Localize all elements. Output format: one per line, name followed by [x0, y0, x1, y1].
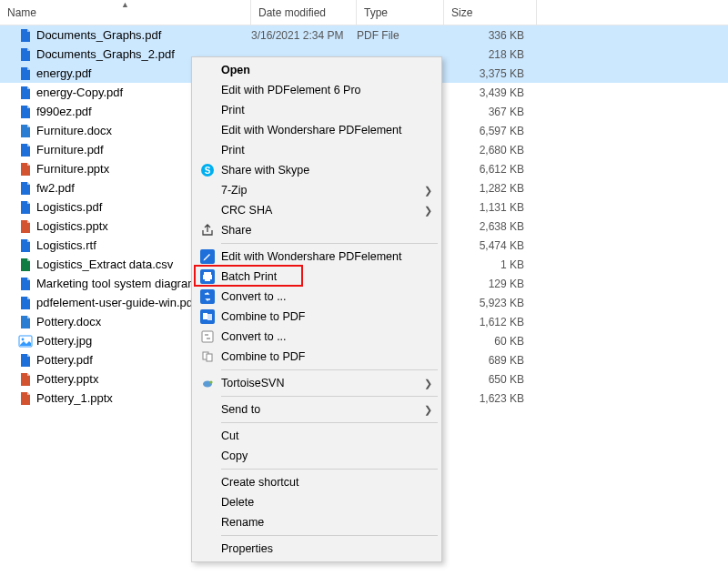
menu-item-7-zip[interactable]: 7-Zip❯ — [194, 180, 440, 200]
file-size-cell: 336 KB — [444, 29, 537, 42]
blank-icon — [197, 102, 217, 118]
column-label: Size — [451, 6, 472, 19]
menu-item-edit-with-wondershare-pdfelement[interactable]: Edit with Wondershare PDFelement — [194, 247, 440, 267]
column-header-size[interactable]: Size — [444, 0, 537, 25]
blank-icon — [197, 494, 217, 510]
file-size-cell: 3,439 KB — [444, 86, 537, 99]
column-header-date[interactable]: Date modified — [251, 0, 357, 25]
pdf-file-icon — [18, 277, 33, 291]
menu-separator — [221, 243, 438, 244]
menu-item-label: TortoiseSVN — [217, 377, 424, 389]
menu-item-open[interactable]: Open — [194, 60, 440, 80]
file-date-cell: 3/16/2021 2:34 PM — [251, 29, 357, 42]
menu-item-print[interactable]: Print — [194, 100, 440, 120]
menu-item-label: Properties — [217, 542, 432, 555]
menu-item-tortoisesvn[interactable]: TortoiseSVN❯ — [194, 373, 440, 393]
menu-item-convert-to[interactable]: Convert to ... — [194, 327, 440, 347]
menu-item-delete[interactable]: Delete — [194, 492, 440, 512]
menu-separator — [221, 422, 438, 423]
svg-rect-15 — [207, 354, 212, 361]
file-size-cell: 2,680 KB — [444, 144, 537, 157]
file-size-cell: 5,474 KB — [444, 239, 537, 252]
pdf-file-icon — [18, 353, 33, 368]
menu-item-combine-to-pdf[interactable]: Combine to PDF — [194, 347, 440, 367]
file-name-label: energy.pdf — [36, 66, 91, 80]
menu-item-label: Create shortcut — [217, 476, 432, 489]
menu-item-rename[interactable]: Rename — [194, 512, 440, 532]
menu-item-create-shortcut[interactable]: Create shortcut — [194, 472, 440, 492]
menu-item-label: Combine to PDF — [217, 350, 432, 363]
combine-blue-icon — [197, 308, 217, 325]
file-size-cell: 2,638 KB — [444, 220, 537, 233]
context-menu: OpenEdit with PDFelement 6 ProPrintEdit … — [191, 56, 442, 562]
file-size-cell: 218 KB — [444, 48, 537, 61]
file-size-cell: 689 KB — [444, 354, 537, 367]
blank-icon — [197, 202, 217, 218]
menu-item-edit-with-wondershare-pdfelement[interactable]: Edit with Wondershare PDFelement — [194, 120, 440, 140]
file-name-label: Documents_Graphs_2.pdf — [36, 47, 175, 61]
menu-item-cut[interactable]: Cut — [194, 426, 440, 446]
menu-item-combine-to-pdf[interactable]: Combine to PDF — [194, 307, 440, 327]
menu-item-label: Open — [217, 64, 432, 76]
column-header-name[interactable]: Name ▲ — [0, 0, 251, 25]
pptx-file-icon — [18, 162, 33, 177]
sort-ascending-icon: ▲ — [121, 0, 129, 9]
share-icon — [197, 222, 217, 238]
menu-item-copy[interactable]: Copy — [194, 446, 440, 466]
menu-item-edit-with-pdfelement-6-pro[interactable]: Edit with PDFelement 6 Pro — [194, 80, 440, 100]
blank-icon — [197, 122, 217, 138]
file-name-label: Logistics.pptx — [36, 219, 108, 233]
file-size-cell: 1,282 KB — [444, 182, 537, 195]
column-header-row: Name ▲ Date modified Type Size — [0, 0, 728, 25]
svg-point-1 — [22, 338, 25, 340]
file-type-cell: PDF File — [357, 29, 444, 42]
menu-item-share[interactable]: Share — [194, 220, 440, 240]
chevron-right-icon: ❯ — [424, 378, 432, 389]
pdf-file-icon — [18, 200, 33, 215]
menu-item-properties[interactable]: Properties — [194, 539, 440, 559]
column-header-type[interactable]: Type — [357, 0, 444, 25]
menu-item-label: Send to — [217, 403, 424, 416]
pdf-file-icon — [18, 181, 33, 196]
file-row[interactable]: Documents_Graphs.pdf3/16/2021 2:34 PMPDF… — [0, 25, 728, 45]
rtf-file-icon — [18, 238, 33, 253]
menu-item-label: 7-Zip — [217, 184, 424, 197]
menu-item-label: Rename — [217, 516, 432, 529]
file-size-cell: 5,923 KB — [444, 297, 537, 309]
svg-point-17 — [209, 380, 212, 383]
menu-item-send-to[interactable]: Send to❯ — [194, 399, 440, 419]
blank-icon — [197, 428, 217, 444]
file-name-label: Pottery.pdf — [36, 353, 93, 367]
menu-item-label: Convert to ... — [217, 330, 432, 343]
convert-blue-icon — [197, 288, 217, 305]
file-size-cell: 6,597 KB — [444, 125, 537, 137]
chevron-right-icon: ❯ — [424, 185, 432, 197]
chevron-right-icon: ❯ — [424, 404, 432, 416]
file-name-label: f990ez.pdf — [36, 105, 92, 118]
menu-separator — [221, 535, 438, 536]
menu-item-convert-to[interactable]: Convert to ... — [194, 287, 440, 307]
menu-item-label: Share — [217, 224, 432, 237]
skype-icon: S — [197, 162, 217, 178]
menu-item-crc-sha[interactable]: CRC SHA❯ — [194, 200, 440, 220]
menu-item-print[interactable]: Print — [194, 140, 440, 160]
pdf-file-icon — [18, 66, 33, 81]
file-name-label: Pottery.jpg — [36, 334, 92, 348]
file-size-cell: 367 KB — [444, 106, 537, 118]
svg-rect-11 — [203, 313, 207, 319]
tortoise-icon — [197, 375, 217, 391]
column-label: Type — [364, 6, 388, 19]
file-name-label: pdfelement-user-guide-win.pdf — [36, 296, 197, 309]
chevron-right-icon: ❯ — [424, 205, 432, 217]
blank-icon — [197, 142, 217, 158]
pdf-file-icon — [18, 296, 33, 310]
svg-rect-9 — [200, 289, 215, 304]
docx-file-icon — [18, 124, 33, 138]
file-name-label: Logistics.rtf — [36, 238, 96, 252]
menu-item-share-with-skype[interactable]: SShare with Skype — [194, 160, 440, 180]
csv-file-icon — [18, 258, 33, 272]
blank-icon — [197, 514, 217, 530]
file-size-cell: 60 KB — [444, 335, 537, 348]
blank-icon — [197, 401, 217, 418]
file-name-label: Furniture.docx — [36, 124, 112, 137]
